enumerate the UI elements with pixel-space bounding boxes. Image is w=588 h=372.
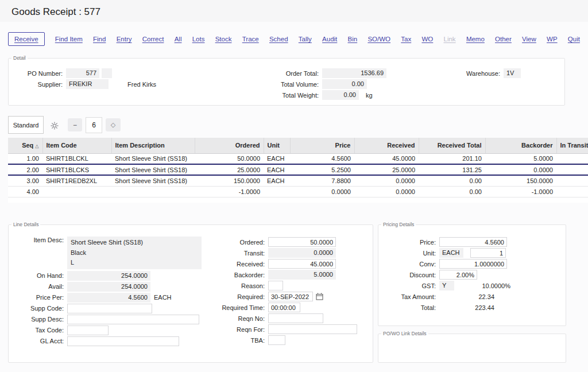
cell-price[interactable]: 4.5600 (290, 153, 354, 164)
column-header-in-transit[interactable]: In Transit (556, 138, 588, 153)
toolbar-button-all[interactable]: All (175, 34, 182, 44)
cell-in-transit[interactable] (556, 186, 588, 197)
cell-unit[interactable]: EACH (264, 164, 290, 175)
toolbar-button-sched[interactable]: Sched (269, 34, 288, 44)
cell-item-description[interactable] (111, 186, 195, 197)
cell-item-code[interactable] (42, 186, 111, 197)
column-header-ordered[interactable]: Ordered (195, 138, 264, 153)
cell-price[interactable]: 7.8800 (290, 175, 354, 186)
conv-input[interactable] (439, 259, 507, 269)
cell-received[interactable]: 0.0000 (354, 175, 419, 186)
supp-desc-input[interactable] (67, 315, 199, 324)
collapse-minus-icon[interactable]: − (68, 118, 82, 131)
cell-ordered[interactable]: -1.0000 (195, 186, 264, 197)
cell-item-code[interactable]: SHIRT1BLCKS (42, 164, 111, 175)
gl-acct-input[interactable] (67, 336, 179, 346)
received-input[interactable] (268, 259, 336, 269)
column-header-item-code[interactable]: Item Code (42, 138, 111, 153)
cell-item-description[interactable]: Short Sleeve Shirt (SS18) (111, 175, 195, 186)
grid-count-value[interactable]: 6 (86, 117, 102, 133)
toolbar-button-find[interactable]: Find (93, 34, 106, 44)
cell-received[interactable]: 25.0000 (354, 164, 419, 175)
toolbar-button-tax[interactable]: Tax (401, 34, 411, 44)
cell-ordered[interactable]: 50.0000 (195, 153, 264, 164)
table-row[interactable]: 1.00SHIRT1BLCKLShort Sleeve Shirt (SS18)… (8, 153, 588, 164)
cell-ordered[interactable]: 25.0000 (195, 164, 264, 175)
toolbar-button-bin[interactable]: Bin (348, 34, 358, 44)
toolbar-button-correct[interactable]: Correct (142, 34, 164, 44)
discount-input[interactable] (439, 270, 477, 280)
cell-received[interactable]: 0.0000 (354, 186, 419, 197)
toolbar-button-find-item[interactable]: Find Item (55, 34, 83, 44)
reason-input[interactable] (268, 281, 283, 290)
column-header-backorder[interactable]: Backorder (485, 138, 556, 153)
cell-item-code[interactable]: SHIRT1REDB2XL (42, 175, 111, 186)
cell-received-total[interactable]: 0.00 (419, 186, 485, 197)
toolbar-button-audit[interactable]: Audit (322, 34, 337, 44)
toolbar-button-quit[interactable]: Quit (568, 34, 580, 44)
required-date-input[interactable] (268, 292, 313, 301)
cell-item-description[interactable]: Short Sleeve Shirt (SS18) (111, 164, 195, 175)
cell-backorder[interactable]: 150.0000 (485, 175, 556, 186)
column-header-label: Price (335, 142, 351, 149)
calendar-icon[interactable] (316, 293, 323, 300)
tab-standard[interactable]: Standard (8, 116, 44, 134)
cell-received-total[interactable]: 131.25 (419, 164, 485, 175)
column-header-seq[interactable]: Seq△ (8, 138, 42, 153)
cell-ordered[interactable]: 150.0000 (195, 175, 264, 186)
ordered-input[interactable] (268, 237, 336, 247)
cell-backorder[interactable]: -1.0000 (485, 186, 556, 197)
required-time-input[interactable] (268, 303, 300, 312)
cell-seq[interactable]: 2.00 (8, 164, 42, 175)
cell-received[interactable]: 45.0000 (354, 153, 419, 164)
toolbar-button-stock[interactable]: Stock (215, 34, 232, 44)
toolbar-button-lots[interactable]: Lots (192, 34, 205, 44)
column-header-received-total[interactable]: Received Total (419, 138, 485, 153)
toolbar-button-wo[interactable]: WO (421, 34, 433, 44)
table-row[interactable]: 2.00SHIRT1BLCKSShort Sleeve Shirt (SS18)… (8, 164, 588, 175)
supp-code-input[interactable] (67, 304, 152, 313)
unit-qty-input[interactable] (470, 248, 506, 258)
cell-price[interactable]: 0.0000 (290, 186, 354, 197)
reqn-no-input[interactable] (268, 313, 323, 323)
cell-item-description[interactable]: Short Sleeve Shirt (SS18) (111, 153, 195, 164)
tba-input[interactable] (268, 335, 285, 345)
table-row[interactable]: 4.00-1.00000.00000.00000.00-1.0000 (8, 186, 588, 197)
toolbar-button-view[interactable]: View (522, 34, 536, 44)
diamond-icon[interactable]: ◇ (106, 118, 121, 131)
table-row[interactable]: 3.00SHIRT1REDB2XLShort Sleeve Shirt (SS1… (8, 175, 588, 186)
cell-in-transit[interactable] (556, 175, 588, 186)
column-header-item-description[interactable]: Item Description (111, 138, 195, 153)
price-input[interactable] (439, 237, 507, 247)
cell-received-total[interactable]: 201.10 (419, 153, 485, 164)
cell-item-code[interactable]: SHIRT1BLCKL (42, 153, 111, 164)
column-header-unit[interactable]: Unit (264, 138, 290, 153)
settings-gear-icon[interactable] (49, 121, 59, 130)
cell-unit[interactable]: EACH (264, 153, 290, 164)
cell-backorder[interactable]: 0.0000 (485, 164, 556, 175)
column-header-received[interactable]: Received (354, 138, 419, 153)
cell-price[interactable]: 5.2500 (290, 164, 354, 175)
cell-in-transit[interactable] (556, 153, 588, 164)
toolbar-button-trace[interactable]: Trace (242, 34, 259, 44)
toolbar-button-wp[interactable]: WP (547, 34, 558, 44)
reqn-for-input[interactable] (268, 324, 357, 334)
cell-backorder[interactable]: 5.0000 (485, 153, 556, 164)
cell-seq[interactable]: 3.00 (8, 175, 42, 186)
detail-left-group: PO Number: 577 Supplier: FREKIR Fred Kir… (12, 68, 156, 90)
cell-seq[interactable]: 4.00 (8, 186, 42, 197)
toolbar-button-so-wo[interactable]: SO/WO (368, 34, 390, 44)
toolbar-button-tally[interactable]: Tally (299, 34, 312, 44)
toolbar-button-other[interactable]: Other (495, 34, 512, 44)
tax-code-input[interactable] (67, 326, 109, 335)
column-header-price[interactable]: Price (290, 138, 354, 153)
cell-received-total[interactable]: 0.00 (419, 175, 485, 186)
cell-unit[interactable]: EACH (264, 175, 290, 186)
cell-in-transit[interactable] (556, 164, 588, 175)
cell-unit[interactable] (264, 186, 290, 197)
toolbar-button-receive[interactable]: Receive (8, 32, 45, 46)
toolbar-button-entry[interactable]: Entry (117, 34, 132, 44)
toolbar-button-memo[interactable]: Memo (466, 34, 485, 44)
cell-seq[interactable]: 1.00 (8, 153, 42, 164)
unit-value: EACH (439, 248, 463, 258)
